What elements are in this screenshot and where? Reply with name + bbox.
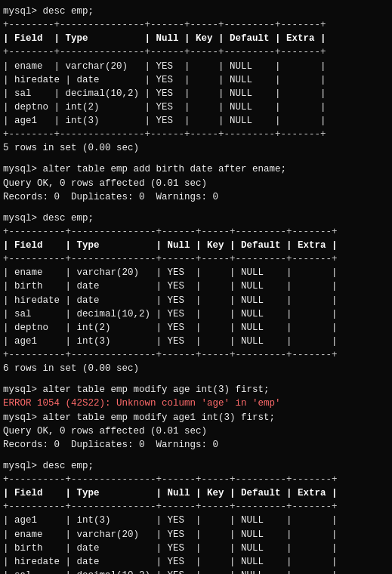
terminal-line: | Field | Type | Null | Key | Default | … [3, 32, 389, 45]
terminal-line: | birth | date | YES | | NULL | | [3, 542, 389, 555]
terminal-line: | sal | decimal(10,2) | YES | | NULL | | [3, 569, 389, 574]
terminal-line: +--------+---------------+------+-----+-… [3, 18, 389, 32]
terminal-line: | deptno | int(2) | YES | | NULL | | [3, 100, 389, 114]
terminal-line: | ename | varchar(20) | YES | | NULL | | [3, 528, 389, 542]
terminal-line: 5 rows in set (0.00 sec) [3, 141, 389, 155]
terminal-line: | sal | decimal(10,2) | YES | | NULL | | [3, 307, 389, 321]
terminal-line: 6 rows in set (0.00 sec) [3, 362, 389, 375]
terminal-line: | deptno | int(2) | YES | | NULL | | [3, 321, 389, 335]
terminal-line: | ename | varchar(20) | YES | | NULL | | [3, 266, 389, 279]
terminal-line: mysql> desc emp; [3, 5, 389, 18]
terminal-line: ERROR 1054 (42S22): Unknown column 'age'… [3, 397, 389, 410]
terminal-line: +----------+---------------+------+-----… [3, 473, 389, 486]
terminal-line: | hiredate | date | YES | | NULL | | [3, 294, 389, 307]
terminal-line: | age1 | int(3) | YES | | NULL | | [3, 514, 389, 527]
terminal-line: | sal | decimal(10,2) | YES | | NULL | | [3, 87, 389, 100]
terminal-line: | Field | Type | Null | Key | Default | … [3, 486, 389, 500]
terminal-window: mysql> desc emp;+--------+--------------… [0, 0, 392, 574]
terminal-line: +--------+---------------+------+-----+-… [3, 45, 389, 59]
terminal-line: mysql> desc emp; [3, 211, 389, 225]
terminal-line: | birth | date | YES | | NULL | | [3, 279, 389, 293]
terminal-line [3, 155, 389, 162]
terminal-line: | hiredate | date | YES | | NULL | | [3, 73, 389, 87]
terminal-line [3, 375, 389, 383]
terminal-line: | age1 | int(3) | YES | | NULL | | [3, 114, 389, 128]
terminal-line [3, 204, 389, 211]
terminal-content: mysql> desc emp;+--------+--------------… [3, 5, 389, 574]
terminal-line: +----------+---------------+------+-----… [3, 252, 389, 266]
terminal-line: | Field | Type | Null | Key | Default | … [3, 239, 389, 252]
terminal-line [3, 452, 389, 459]
terminal-line: +----------+---------------+------+-----… [3, 225, 389, 239]
terminal-line: | ename | varchar(20) | YES | | NULL | | [3, 60, 389, 73]
terminal-line: mysql> desc emp; [3, 459, 389, 473]
terminal-line: | hiredate | date | YES | | NULL | | [3, 555, 389, 569]
terminal-line: Query OK, 0 rows affected (0.01 sec) [3, 177, 389, 190]
terminal-line: mysql> alter table emp modify age1 int(3… [3, 411, 389, 424]
terminal-line: +--------+---------------+------+-----+-… [3, 128, 389, 141]
terminal-line: +----------+---------------+------+-----… [3, 348, 389, 362]
terminal-line: mysql> alter table emp modify age int(3)… [3, 383, 389, 397]
terminal-line: mysql> alter table emp add birth date af… [3, 162, 389, 176]
terminal-line: | age1 | int(3) | YES | | NULL | | [3, 335, 389, 348]
terminal-line: +----------+---------------+------+-----… [3, 500, 389, 514]
terminal-line: Records: 0 Duplicates: 0 Warnings: 0 [3, 438, 389, 452]
terminal-line: Records: 0 Duplicates: 0 Warnings: 0 [3, 190, 389, 204]
terminal-line: Query OK, 0 rows affected (0.01 sec) [3, 424, 389, 438]
